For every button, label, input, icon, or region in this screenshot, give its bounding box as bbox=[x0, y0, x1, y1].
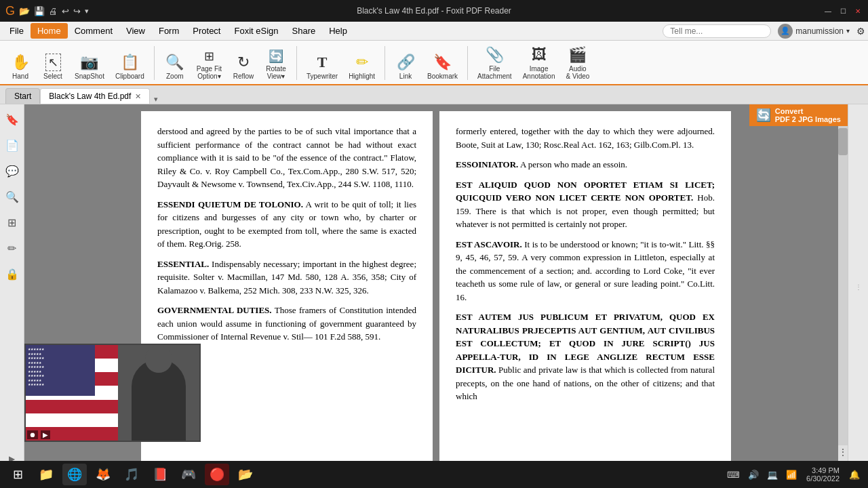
select-icon: ↖ bbox=[45, 54, 61, 71]
start-tab[interactable]: Start bbox=[5, 88, 40, 104]
spotify-btn[interactable]: 🎵 bbox=[119, 464, 144, 485]
rotateview-btn[interactable]: 🔄 RotateView▾ bbox=[261, 46, 291, 83]
highlight-btn[interactable]: ✏ Highlight bbox=[344, 51, 379, 83]
audiovideo-btn[interactable]: 🎬 Audio& Video bbox=[561, 43, 593, 83]
open-icon[interactable]: 📂 bbox=[19, 6, 30, 16]
ribbon: ✋ Hand ↖ Select 📷 SnapShot 📋 Clipboard 🔍… bbox=[0, 41, 868, 85]
taskbar-browser-btn[interactable]: 🌐 bbox=[62, 464, 87, 485]
hand-btn[interactable]: ✋ Hand bbox=[5, 51, 35, 83]
window-controls: — ☐ ✕ bbox=[823, 6, 863, 16]
fileattachment-btn[interactable]: 📎 FileAttachment bbox=[473, 43, 516, 83]
scroll-grip-icon[interactable]: ⋮ bbox=[837, 445, 848, 459]
convert-banner[interactable]: 🔄 ConvertPDF 2 JPG Images bbox=[749, 104, 848, 126]
print-icon[interactable]: 🖨 bbox=[49, 6, 58, 16]
firefox-btn[interactable]: 🦊 bbox=[91, 464, 115, 485]
system-tray: ⌨ 🔊 💻 📶 3:49 PM 6/30/2022 🔔 bbox=[724, 466, 863, 483]
scroll-thumb[interactable] bbox=[838, 128, 848, 155]
app-logo-icon: G bbox=[5, 4, 15, 18]
keyboard-icon[interactable]: ⌨ bbox=[724, 468, 743, 481]
sidebar-edit-icon[interactable]: ✏ bbox=[3, 239, 22, 258]
user-area: 👤 manumission ▾ ⚙ bbox=[778, 24, 865, 39]
document-tab-close[interactable]: ✕ bbox=[135, 92, 141, 101]
sidebar-layers-icon[interactable]: ⊞ bbox=[3, 213, 22, 232]
pdf-para-3: ESSENTIAL. Indispensably necessary; impo… bbox=[157, 258, 416, 298]
pdf-para-2: ESSENDI QUIETUM DE TOLONIO. A writ to be… bbox=[157, 198, 416, 251]
document-tab[interactable]: Black's Law 4th Ed.pdf ✕ bbox=[40, 88, 150, 104]
sidebar-security-icon[interactable]: 🔒 bbox=[3, 264, 22, 283]
app7-btn[interactable]: 🔴 bbox=[205, 464, 229, 485]
redo-icon[interactable]: ↪ bbox=[73, 6, 81, 16]
vertical-scrollbar[interactable]: ▲ ⋮ ▼ bbox=[838, 104, 848, 469]
webcam-play-icon[interactable]: ▶ bbox=[41, 430, 50, 439]
search-bar bbox=[663, 24, 771, 38]
link-btn[interactable]: 🔗 Link bbox=[391, 51, 420, 83]
menu-view[interactable]: View bbox=[119, 23, 152, 39]
flag-canton: ★★★★★★★★★★★★★★★★★★★★★★★★★★★★★★★★★★★★★★★★… bbox=[26, 345, 95, 396]
webcam-overlay: ★★★★★★★★★★★★★★★★★★★★★★★★★★★★★★★★★★★★★★★★… bbox=[24, 344, 201, 442]
filemanager-icon: 📂 bbox=[238, 467, 253, 482]
sidebar-bookmark-icon[interactable]: 🔖 bbox=[3, 110, 22, 129]
right-panel-handle[interactable]: ⋮ bbox=[855, 283, 862, 291]
network-icon[interactable]: 📶 bbox=[783, 468, 800, 481]
menu-home[interactable]: Home bbox=[31, 23, 68, 39]
snapshot-btn[interactable]: 📷 SnapShot bbox=[71, 51, 108, 83]
pagefit-icon: ⊞ bbox=[204, 49, 214, 64]
reflow-icon: ↻ bbox=[237, 54, 250, 71]
reflow-btn[interactable]: ↻ Reflow bbox=[229, 51, 258, 83]
typewriter-btn[interactable]: T Typewriter bbox=[302, 51, 342, 83]
main-area: 🔖 📄 💬 🔍 ⊞ ✏ 🔒 ▶ derstood and agreed by t… bbox=[0, 104, 868, 469]
scroll-track bbox=[838, 115, 848, 445]
system-clock[interactable]: 3:49 PM 6/30/2022 bbox=[802, 466, 844, 483]
undo-icon[interactable]: ↩ bbox=[62, 6, 69, 16]
menu-protect[interactable]: Protect bbox=[186, 23, 227, 39]
zoom-btn[interactable]: 🔍 Zoom bbox=[160, 51, 190, 83]
menu-share[interactable]: Share bbox=[285, 23, 323, 39]
battery-icon[interactable]: 💻 bbox=[764, 468, 781, 481]
menu-file[interactable]: File bbox=[3, 23, 31, 39]
pdf-para-1: derstood and agreed by the parties to be… bbox=[157, 125, 416, 191]
ribbon-sep-3 bbox=[384, 46, 385, 80]
app5-btn[interactable]: 📕 bbox=[148, 464, 172, 485]
user-avatar: 👤 bbox=[778, 24, 793, 39]
clipboard-btn[interactable]: 📋 Clipboard bbox=[111, 51, 149, 83]
app5-icon: 📕 bbox=[153, 467, 167, 482]
file-explorer-btn[interactable]: 📁 bbox=[34, 464, 58, 485]
bookmark-btn[interactable]: 🔖 Bookmark bbox=[423, 51, 462, 83]
select-btn[interactable]: ↖ Select bbox=[38, 51, 68, 83]
minimize-btn[interactable]: — bbox=[823, 6, 833, 16]
title-bar: G 📂 💾 🖨 ↩ ↪ ▾ Black's Law 4th Ed.pdf - F… bbox=[0, 0, 868, 22]
filemanager-btn[interactable]: 📂 bbox=[233, 464, 258, 485]
volume-icon[interactable]: 🔊 bbox=[745, 468, 762, 481]
user-chevron-icon[interactable]: ▾ bbox=[846, 27, 850, 35]
bookmark-icon: 🔖 bbox=[433, 54, 452, 71]
clipboard-icon: 📋 bbox=[121, 54, 139, 71]
file-explorer-icon: 📁 bbox=[39, 467, 54, 482]
pdf-para-4: GOVERNMENTAL DUTIES. Those framers of Co… bbox=[157, 304, 416, 344]
pagefit-btn[interactable]: ⊞ Page FitOption▾ bbox=[193, 46, 226, 83]
sidebar-search-icon[interactable]: 🔍 bbox=[3, 187, 22, 206]
notifications-icon[interactable]: 🔔 bbox=[846, 468, 863, 481]
settings-icon[interactable]: ⚙ bbox=[856, 26, 865, 37]
search-input[interactable] bbox=[663, 24, 771, 38]
pdf-text-left: derstood and agreed by the parties to be… bbox=[157, 125, 416, 344]
sidebar-pages-icon[interactable]: 📄 bbox=[3, 136, 22, 155]
menu-comment[interactable]: Comment bbox=[68, 23, 119, 39]
app6-btn[interactable]: 🎮 bbox=[176, 464, 201, 485]
imageannotation-btn[interactable]: 🖼 ImageAnnotation bbox=[519, 43, 559, 83]
close-btn[interactable]: ✕ bbox=[853, 6, 863, 16]
sidebar-comments-icon[interactable]: 💬 bbox=[3, 161, 22, 180]
tabs-bar: Start Black's Law 4th Ed.pdf ✕ ▾ bbox=[0, 85, 868, 104]
menu-eSign[interactable]: Foxit eSign bbox=[227, 23, 285, 39]
menu-form[interactable]: Form bbox=[152, 23, 186, 39]
clock-time: 3:49 PM bbox=[806, 466, 840, 474]
webcam-record-icon[interactable]: ⏺ bbox=[27, 430, 38, 439]
save-icon[interactable]: 💾 bbox=[34, 6, 45, 16]
tab-dropdown-icon[interactable]: ▾ bbox=[154, 95, 158, 104]
menu-help[interactable]: Help bbox=[322, 23, 354, 39]
start-button[interactable]: ⊞ bbox=[5, 464, 30, 485]
right-panel: ⋮ bbox=[848, 104, 868, 469]
customize-icon[interactable]: ▾ bbox=[85, 7, 89, 16]
ribbon-sep-2 bbox=[296, 46, 297, 80]
pdf-rpara-2: ESSOINIATOR. A person who made an essoin… bbox=[456, 158, 715, 171]
maximize-btn[interactable]: ☐ bbox=[838, 6, 848, 16]
